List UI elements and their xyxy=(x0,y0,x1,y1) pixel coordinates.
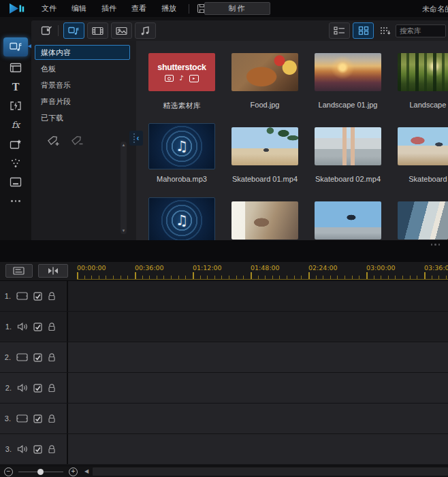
sort-options-button[interactable] xyxy=(377,22,393,39)
sidebar-item-effect-room[interactable]: fx xyxy=(3,117,28,133)
media-item[interactable] xyxy=(315,197,381,240)
track-enable-checkbox[interactable] xyxy=(33,292,42,301)
produce-button[interactable]: 制作 xyxy=(204,2,270,15)
audio-thumbnail[interactable]: ♫ xyxy=(148,197,215,240)
sidebar-item-title-room[interactable]: T xyxy=(3,79,28,95)
sidebar-item-particle-room[interactable] xyxy=(3,155,28,171)
media-item-label: Skateboard 02.mp4 xyxy=(315,175,381,184)
track-row-video-1: 1. xyxy=(0,281,448,312)
snap-to-clips-button[interactable] xyxy=(38,264,68,278)
media-item[interactable]: Skateboard 01.mp4 xyxy=(231,123,298,184)
add-tag-icon[interactable] xyxy=(46,135,61,148)
category-media-content[interactable]: 媒体内容 xyxy=(35,45,130,60)
video-thumbnail[interactable] xyxy=(398,201,448,240)
category-color-boards[interactable]: 色板 xyxy=(35,61,130,76)
media-item[interactable]: ♫ xyxy=(148,197,215,240)
track-content[interactable] xyxy=(68,342,448,372)
menu-plugins[interactable]: 插件 xyxy=(101,3,116,14)
list-view-button[interactable] xyxy=(329,22,350,39)
zoom-out-button[interactable]: − xyxy=(4,467,13,476)
timeline-ruler[interactable]: 00:00:00 00:36:00 01:12:00 01:48:00 02:2… xyxy=(68,262,448,280)
video-thumbnail[interactable] xyxy=(231,201,298,240)
category-downloaded[interactable]: 已下载 xyxy=(35,110,130,125)
filter-photos-button[interactable] xyxy=(111,22,132,39)
track-content[interactable] xyxy=(68,312,448,342)
scroll-left-icon[interactable]: ◀ xyxy=(84,469,89,474)
category-sound-clips[interactable]: 声音片段 xyxy=(35,94,130,109)
media-item[interactable]: Food.jpg xyxy=(231,49,298,110)
media-item[interactable]: Skateboard 0 xyxy=(398,123,448,184)
divider-grip-icon[interactable] xyxy=(431,244,441,246)
track-enable-checkbox[interactable] xyxy=(33,323,42,331)
media-item[interactable] xyxy=(231,197,298,240)
sidebar-item-more[interactable] xyxy=(3,193,28,209)
panel-timeline-divider[interactable] xyxy=(0,240,448,262)
filter-all-media-button[interactable] xyxy=(63,22,84,39)
sidebar-item-overlay-room[interactable] xyxy=(3,136,28,152)
track-content[interactable] xyxy=(68,434,448,464)
track-lock-icon[interactable] xyxy=(48,383,56,393)
menu-edit[interactable]: 编辑 xyxy=(71,3,86,14)
track-lock-icon[interactable] xyxy=(48,352,56,362)
audio-thumbnail[interactable]: ♫ xyxy=(148,123,215,169)
track-enable-checkbox[interactable] xyxy=(33,414,42,423)
timeline-horizontal-scrollbar[interactable] xyxy=(93,467,448,476)
import-media-button[interactable] xyxy=(37,22,55,39)
video-track-icon xyxy=(16,414,28,423)
track-manager-button[interactable] xyxy=(5,264,33,278)
category-scrollbar[interactable]: ▲ ▼ xyxy=(121,142,127,234)
collapse-panel-button[interactable]: ‹ xyxy=(129,131,143,146)
track-number: 1. xyxy=(5,292,11,300)
audio-track-icon xyxy=(17,384,28,392)
track-content[interactable] xyxy=(68,373,448,403)
filter-videos-button[interactable] xyxy=(87,22,108,39)
video-thumbnail[interactable] xyxy=(398,127,448,165)
ruler-timestamp: 02:24:00 xyxy=(308,264,338,272)
menu-view[interactable]: 查看 xyxy=(131,3,146,14)
scroll-down-icon[interactable]: ▼ xyxy=(122,229,126,233)
track-lock-icon[interactable] xyxy=(48,291,56,301)
shutterstock-tile[interactable]: shutterstock ♪ ▸ xyxy=(148,53,215,91)
zoom-in-button[interactable]: + xyxy=(69,467,78,476)
audio-track-icon xyxy=(17,445,28,453)
track-content[interactable] xyxy=(68,281,448,311)
sidebar-item-template-room[interactable] xyxy=(3,60,28,76)
track-lock-icon[interactable] xyxy=(48,414,56,423)
video-thumbnail[interactable] xyxy=(315,127,381,165)
sidebar-item-media-room[interactable]: ◀ xyxy=(3,37,28,56)
track-number: 3. xyxy=(5,445,12,453)
sidebar-item-subtitle-room[interactable] xyxy=(3,174,28,190)
track-header: 3. xyxy=(0,404,68,433)
track-lock-icon[interactable] xyxy=(48,322,56,331)
media-item-stock[interactable]: shutterstock ♪ ▸ 精选素材库 xyxy=(148,49,215,110)
remove-tag-icon[interactable] xyxy=(70,135,84,148)
sidebar-item-transition-room[interactable] xyxy=(3,98,28,114)
search-library-input[interactable] xyxy=(396,24,446,37)
menu-play[interactable]: 播放 xyxy=(161,3,176,14)
video-thumbnail[interactable] xyxy=(315,201,381,240)
grid-view-button[interactable] xyxy=(353,22,374,39)
media-item[interactable]: Landscape 01.jpg xyxy=(315,49,381,110)
timeline-zoom-slider[interactable] xyxy=(18,467,63,476)
scroll-up-icon[interactable]: ▲ xyxy=(122,143,126,147)
video-thumbnail[interactable] xyxy=(231,127,298,165)
video-track-icon xyxy=(16,292,28,300)
category-background-music[interactable]: 背景音乐 xyxy=(35,78,130,93)
filter-music-button[interactable] xyxy=(135,22,156,39)
track-enable-checkbox[interactable] xyxy=(33,445,42,454)
photo-thumbnail[interactable] xyxy=(231,53,298,91)
track-enable-checkbox[interactable] xyxy=(33,353,42,362)
media-item[interactable] xyxy=(398,197,448,240)
media-item[interactable]: Landscape 0 xyxy=(398,49,448,110)
slider-handle[interactable] xyxy=(37,469,44,475)
timeline-zoom-bar: − + ◀ xyxy=(0,465,448,477)
track-enable-checkbox[interactable] xyxy=(33,384,42,393)
photo-thumbnail[interactable] xyxy=(398,53,448,91)
menu-file[interactable]: 文件 xyxy=(42,3,57,14)
track-content[interactable] xyxy=(68,404,448,433)
panel-resize-grip[interactable] xyxy=(133,133,135,143)
media-item[interactable]: Skateboard 02.mp4 xyxy=(315,123,381,184)
track-lock-icon[interactable] xyxy=(48,444,56,454)
photo-thumbnail[interactable] xyxy=(315,53,381,91)
media-item[interactable]: ♫ Mahoroba.mp3 xyxy=(148,123,215,184)
